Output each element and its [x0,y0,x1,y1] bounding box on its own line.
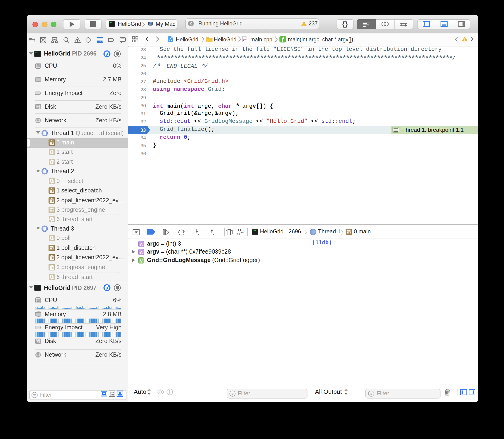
svg-text:++: ++ [245,38,247,41]
